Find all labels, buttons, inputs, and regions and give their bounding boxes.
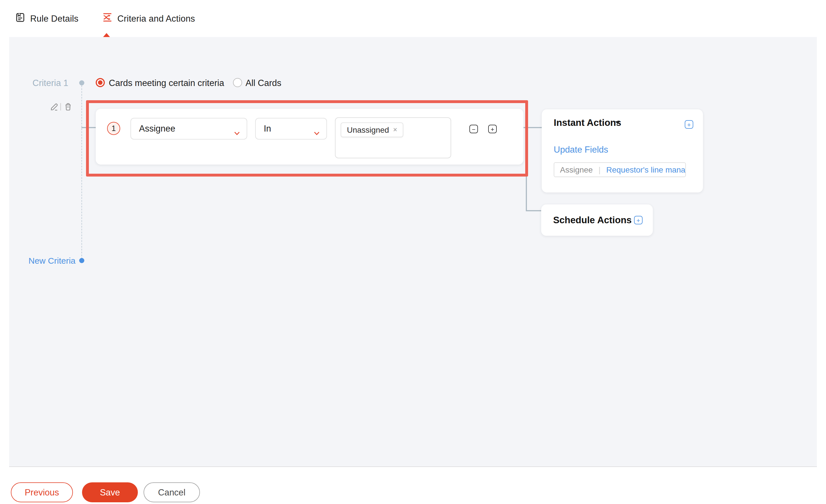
previous-button[interactable]: Previous: [11, 482, 73, 502]
caret-down-icon[interactable]: [615, 121, 620, 124]
radio-cards-meeting-criteria-label[interactable]: Cards meeting certain criteria: [109, 78, 224, 88]
active-tab-marker-icon: [103, 33, 110, 37]
instant-actions-panel: Instant Actions + Update Fields Assignee…: [542, 109, 703, 192]
update-fields-link[interactable]: Update Fields: [554, 145, 608, 155]
icon-divider: [60, 103, 61, 111]
add-condition-button[interactable]: +: [488, 125, 497, 133]
add-schedule-action-button[interactable]: +: [634, 216, 643, 225]
condition-operator-value: In: [264, 124, 271, 134]
automation-rule-editor: Rule Details Criteria and Actions Criter…: [0, 0, 826, 504]
tab-rule-details[interactable]: Rule Details: [15, 0, 79, 37]
rule-details-icon: [15, 12, 25, 24]
chip-remove-icon[interactable]: ×: [393, 126, 397, 134]
value-chip-label: Unassigned: [347, 125, 389, 134]
chevron-down-icon: [234, 128, 240, 138]
cancel-button[interactable]: Cancel: [143, 482, 200, 502]
condition-card: 1 Assignee In Unassigned × − +: [96, 109, 524, 165]
edit-criteria-icon[interactable]: [50, 103, 59, 111]
new-criteria-link[interactable]: New Criteria: [28, 256, 75, 265]
save-button[interactable]: Save: [82, 482, 138, 502]
update-field-name: Assignee: [560, 165, 593, 174]
criteria-actions-icon: [103, 12, 112, 24]
field-separator: |: [598, 165, 600, 174]
radio-all-cards-label[interactable]: All Cards: [245, 78, 281, 88]
condition-field-value: Assignee: [139, 124, 175, 134]
field-update-row: Assignee | Requestor's line mana...: [554, 162, 686, 177]
chevron-down-icon: [314, 128, 319, 138]
condition-values-input[interactable]: Unassigned ×: [335, 117, 451, 158]
add-instant-action-button[interactable]: +: [685, 120, 693, 129]
criteria-node-dot: [79, 80, 84, 85]
criteria-timeline: [81, 85, 82, 259]
value-chip: Unassigned ×: [341, 122, 404, 137]
radio-cards-meeting-criteria[interactable]: [96, 78, 105, 87]
criteria-section-label: Criteria 1: [33, 78, 68, 88]
schedule-actions-panel: Schedule Actions +: [541, 204, 653, 236]
remove-condition-button[interactable]: −: [469, 125, 478, 133]
condition-operator-select[interactable]: In: [255, 118, 327, 139]
delete-criteria-icon[interactable]: [64, 103, 72, 111]
update-field-value-link[interactable]: Requestor's line mana...: [606, 165, 686, 174]
schedule-actions-title: Schedule Actions: [553, 215, 632, 226]
new-criteria-dot: [79, 258, 84, 263]
tab-rule-details-label: Rule Details: [30, 13, 79, 24]
instant-actions-title: Instant Actions: [554, 117, 621, 128]
tab-criteria-and-actions[interactable]: Criteria and Actions: [103, 0, 195, 37]
connector-branch-to-schedule: [526, 210, 542, 211]
tab-criteria-and-actions-label: Criteria and Actions: [117, 13, 195, 24]
condition-field-select[interactable]: Assignee: [130, 118, 247, 139]
condition-index-badge: 1: [107, 122, 120, 135]
radio-all-cards[interactable]: [233, 78, 242, 87]
